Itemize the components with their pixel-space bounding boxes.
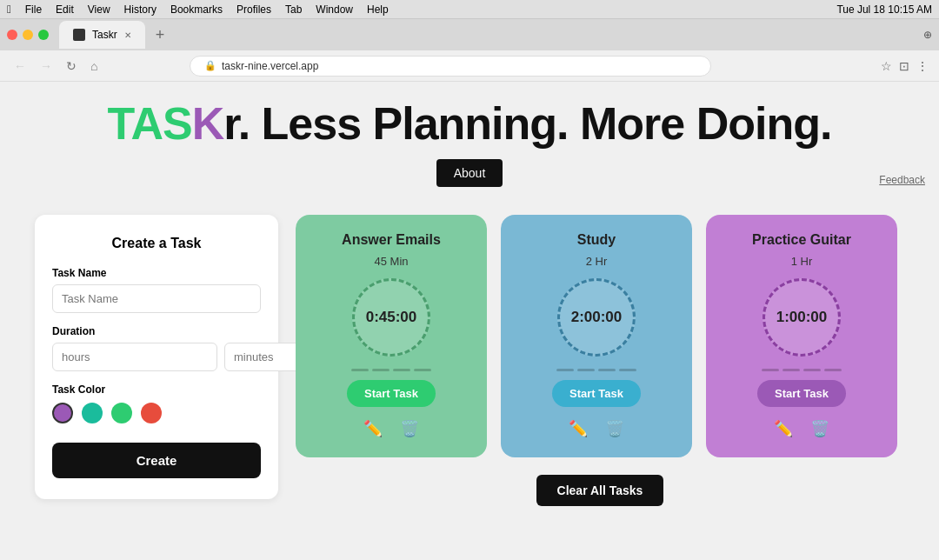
tab-favicon — [73, 29, 85, 41]
feedback-link[interactable]: Feedback — [879, 174, 925, 186]
task-name-2: Practice Guitar — [752, 232, 851, 248]
start-task-button-2[interactable]: Start Task — [757, 380, 846, 407]
clear-area: Clear All Tasks — [296, 475, 904, 506]
tasks-grid: Answer Emails 45 Min 0:45:00 Start Task — [296, 215, 904, 457]
hero-title-rest: r. Less Planning. More Doing. — [223, 98, 831, 149]
address-bar: ← → ↻ ⌂ 🔒 taskr-nine.vercel.app ☆ ⊡ ⋮ — [0, 50, 939, 82]
progress-dots-2 — [762, 369, 842, 371]
window-controls — [7, 30, 49, 40]
dot-1-2 — [577, 369, 595, 371]
extension-icon[interactable]: ⊡ — [899, 59, 909, 73]
task-actions-0: ✏️ 🗑️ — [362, 417, 421, 440]
task-card-2: Practice Guitar 1 Hr 1:00:00 Start Task — [706, 215, 897, 457]
menu-view[interactable]: History — [124, 3, 156, 16]
minimize-button[interactable] — [23, 30, 33, 40]
color-swatch-orange[interactable] — [141, 403, 162, 423]
dot-0-3 — [393, 369, 410, 371]
back-button[interactable]: ← — [10, 57, 30, 75]
dot-1-1 — [556, 369, 574, 371]
delete-task-button-2[interactable]: 🗑️ — [809, 417, 831, 440]
edit-task-button-2[interactable]: ✏️ — [772, 417, 795, 440]
apple-logo:  — [7, 3, 11, 16]
color-swatch-green[interactable] — [111, 403, 132, 423]
duration-group: Duration — [52, 325, 261, 371]
start-task-button-1[interactable]: Start Task — [552, 380, 641, 407]
dot-0-2 — [372, 369, 390, 371]
task-name-group: Task Name — [52, 267, 261, 313]
tab-title: Taskr — [92, 29, 117, 41]
progress-dots-1 — [556, 369, 636, 371]
menu-time: Tue Jul 18 10:15 AM — [836, 3, 932, 16]
maximize-button[interactable] — [38, 30, 49, 40]
start-task-button-0[interactable]: Start Task — [347, 380, 436, 407]
edit-task-button-0[interactable]: ✏️ — [362, 417, 384, 440]
color-label: Task Color — [52, 383, 261, 396]
tab-bar: Taskr ✕ + ⊕ — [0, 19, 939, 50]
menu-tab[interactable]: Window — [316, 3, 353, 16]
home-button[interactable]: ⌂ — [87, 57, 101, 75]
menu-chrome[interactable]: File — [25, 3, 42, 16]
color-swatches — [52, 403, 261, 423]
url-text: taskr-nine.vercel.app — [222, 60, 318, 72]
menu-profiles[interactable]: Tab — [285, 3, 302, 16]
hero-task-green: TAS — [108, 98, 192, 149]
task-name-1: Study — [577, 232, 616, 248]
tab-right-controls: ⊕ — [923, 29, 932, 41]
dot-1-4 — [619, 369, 636, 371]
timer-circle-1: 2:00:00 — [557, 278, 636, 357]
bookmark-icon[interactable]: ☆ — [881, 59, 892, 73]
task-name-0: Answer Emails — [342, 232, 441, 248]
create-card-title: Create a Task — [52, 236, 261, 251]
edit-task-button-1[interactable]: ✏️ — [567, 417, 589, 440]
timer-circle-2: 1:00:00 — [763, 278, 841, 357]
close-button[interactable] — [7, 30, 17, 40]
color-swatch-purple[interactable] — [52, 403, 73, 423]
profile-icon[interactable]: ⊕ — [923, 29, 932, 41]
menu-file[interactable]: Edit — [56, 3, 74, 16]
tab-close-icon[interactable]: ✕ — [124, 30, 131, 40]
chrome-window: Taskr ✕ + ⊕ ← → ↻ ⌂ 🔒 taskr-nine.vercel.… — [0, 19, 939, 560]
timer-text-0: 0:45:00 — [366, 309, 417, 326]
menu-bookmarks[interactable]: Profiles — [236, 3, 271, 16]
dot-1-3 — [598, 369, 616, 371]
task-actions-1: ✏️ 🗑️ — [567, 417, 626, 440]
task-name-label: Task Name — [52, 267, 261, 279]
url-bar[interactable]: 🔒 taskr-nine.vercel.app — [190, 56, 711, 77]
task-duration-1: 2 Hr — [586, 255, 608, 268]
main-layout: Create a Task Task Name Duration Task Co… — [35, 215, 904, 506]
color-swatch-teal[interactable] — [82, 403, 103, 423]
dot-2-4 — [824, 369, 842, 371]
create-button[interactable]: Create — [52, 443, 261, 478]
menu-window[interactable]: Help — [367, 3, 389, 16]
timer-circle-0: 0:45:00 — [352, 278, 430, 357]
menu-history[interactable]: Bookmarks — [170, 3, 223, 16]
create-task-card: Create a Task Task Name Duration Task Co… — [35, 215, 278, 499]
delete-task-button-1[interactable]: 🗑️ — [603, 417, 626, 440]
dot-2-3 — [803, 369, 821, 371]
timer-text-2: 1:00:00 — [776, 309, 828, 326]
menu-edit[interactable]: View — [88, 3, 110, 16]
task-card-1: Study 2 Hr 2:00:00 Start Task — [501, 215, 692, 457]
dot-0-4 — [414, 369, 431, 371]
lock-icon: 🔒 — [204, 60, 216, 71]
about-button[interactable]: About — [436, 159, 503, 187]
timer-text-1: 2:00:00 — [571, 309, 623, 326]
menu-icon[interactable]: ⋮ — [916, 59, 929, 73]
task-card-0: Answer Emails 45 Min 0:45:00 Start Task — [296, 215, 487, 457]
hero-task-purple: K — [192, 98, 224, 149]
clear-all-tasks-button[interactable]: Clear All Tasks — [536, 475, 664, 506]
task-name-input[interactable] — [52, 284, 261, 313]
dot-0-1 — [351, 369, 369, 371]
menu-bar-right: Tue Jul 18 10:15 AM — [836, 3, 932, 16]
address-right: ☆ ⊡ ⋮ — [881, 59, 929, 73]
hero: TASKr. Less Planning. More Doing. About — [35, 99, 904, 187]
duration-label: Duration — [52, 325, 261, 337]
new-tab-button[interactable]: + — [149, 27, 172, 43]
hours-input[interactable] — [52, 343, 217, 371]
dot-2-1 — [762, 369, 779, 371]
delete-task-button-0[interactable]: 🗑️ — [398, 417, 421, 440]
active-tab[interactable]: Taskr ✕ — [59, 21, 145, 49]
color-group: Task Color — [52, 383, 261, 423]
reload-button[interactable]: ↻ — [63, 57, 80, 75]
forward-button[interactable]: → — [37, 57, 56, 75]
